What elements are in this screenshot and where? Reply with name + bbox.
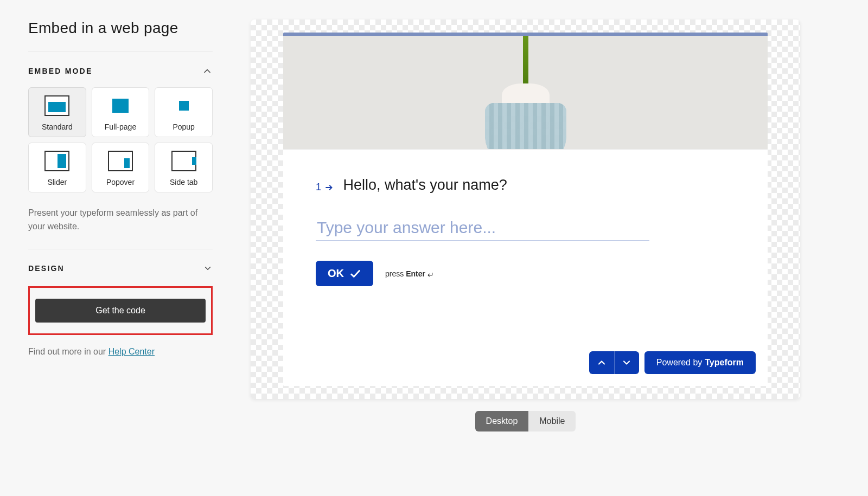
chevron-up-icon bbox=[596, 357, 607, 368]
mode-fullpage-icon bbox=[108, 95, 133, 116]
section-embed-mode[interactable]: Embed mode bbox=[28, 51, 213, 82]
check-icon bbox=[349, 268, 361, 280]
mode-standard-icon bbox=[44, 95, 69, 116]
powered-by-button[interactable]: Powered by Typeform bbox=[644, 351, 756, 374]
form-footer-controls: Powered by Typeform bbox=[589, 351, 756, 374]
cta-highlight-box: Get the code bbox=[28, 286, 213, 335]
form-hero-image bbox=[283, 36, 768, 150]
press-enter-key: Enter bbox=[406, 269, 425, 278]
mode-popup-icon bbox=[171, 95, 196, 116]
mode-fullpage-label: Full-page bbox=[95, 123, 146, 131]
form-stage: 1 Hello, what's your name? OK press Ente… bbox=[283, 33, 768, 386]
preview-canvas: 1 Hello, what's your name? OK press Ente… bbox=[251, 20, 800, 399]
preview-panel: 1 Hello, what's your name? OK press Ente… bbox=[251, 20, 800, 476]
chevron-up-icon bbox=[202, 66, 213, 76]
answer-input[interactable] bbox=[316, 215, 649, 241]
section-embed-mode-label: Embed mode bbox=[28, 67, 92, 75]
mode-sidetab[interactable]: Side tab bbox=[155, 143, 213, 192]
enter-key-icon: ↵ bbox=[427, 270, 434, 279]
powered-by-brand: Typeform bbox=[705, 358, 744, 368]
mode-sidetab-icon bbox=[171, 151, 196, 171]
question-number: 1 bbox=[316, 182, 334, 193]
help-line: Find out more in our Help Center bbox=[28, 347, 213, 357]
ok-button-label: OK bbox=[328, 267, 344, 280]
mode-standard[interactable]: Standard bbox=[28, 87, 86, 137]
prev-question-button[interactable] bbox=[589, 351, 614, 374]
mode-standard-label: Standard bbox=[32, 123, 82, 131]
arrow-right-icon bbox=[324, 183, 334, 192]
get-code-button[interactable]: Get the code bbox=[35, 299, 206, 323]
press-enter-hint: press Enter ↵ bbox=[385, 269, 434, 278]
question-text: Hello, what's your name? bbox=[343, 177, 507, 193]
embed-mode-description: Present your typeform seamlessly as part… bbox=[28, 207, 213, 249]
press-enter-prefix: press bbox=[385, 269, 406, 278]
mode-sidetab-label: Side tab bbox=[158, 178, 209, 186]
device-desktop-button[interactable]: Desktop bbox=[475, 411, 529, 431]
question-row: 1 Hello, what's your name? bbox=[316, 177, 735, 194]
section-design[interactable]: Design bbox=[28, 249, 213, 275]
mode-slider[interactable]: Slider bbox=[28, 143, 86, 192]
mode-popup[interactable]: Popup bbox=[155, 87, 213, 137]
mode-popover-label: Popover bbox=[95, 178, 146, 186]
submit-row: OK press Enter ↵ bbox=[316, 261, 735, 286]
question-number-value: 1 bbox=[316, 182, 321, 193]
mode-slider-icon bbox=[44, 151, 69, 171]
embed-mode-grid: Standard Full-page Popup Slider bbox=[28, 87, 213, 192]
help-center-link[interactable]: Help Center bbox=[108, 347, 155, 356]
help-prefix: Find out more in our bbox=[28, 347, 108, 356]
mode-popover-icon bbox=[108, 151, 133, 171]
mode-popup-label: Popup bbox=[158, 123, 209, 131]
app-root: Embed in a web page Embed mode Standard … bbox=[0, 0, 868, 496]
chevron-down-icon bbox=[203, 263, 213, 273]
ok-button[interactable]: OK bbox=[316, 261, 373, 286]
mode-popover[interactable]: Popover bbox=[92, 143, 150, 192]
mode-fullpage[interactable]: Full-page bbox=[92, 87, 150, 137]
powered-by-prefix: Powered by bbox=[656, 358, 703, 368]
mode-slider-label: Slider bbox=[32, 178, 82, 186]
question-nav bbox=[589, 351, 639, 374]
next-question-button[interactable] bbox=[614, 351, 639, 374]
device-toggle: Desktop Mobile bbox=[475, 411, 576, 431]
sidebar: Embed in a web page Embed mode Standard … bbox=[28, 20, 213, 476]
device-mobile-button[interactable]: Mobile bbox=[528, 411, 576, 431]
form-body: 1 Hello, what's your name? OK press Ente… bbox=[283, 150, 768, 386]
chevron-down-icon bbox=[621, 357, 632, 368]
page-title: Embed in a web page bbox=[28, 20, 213, 51]
section-design-label: Design bbox=[28, 264, 65, 273]
